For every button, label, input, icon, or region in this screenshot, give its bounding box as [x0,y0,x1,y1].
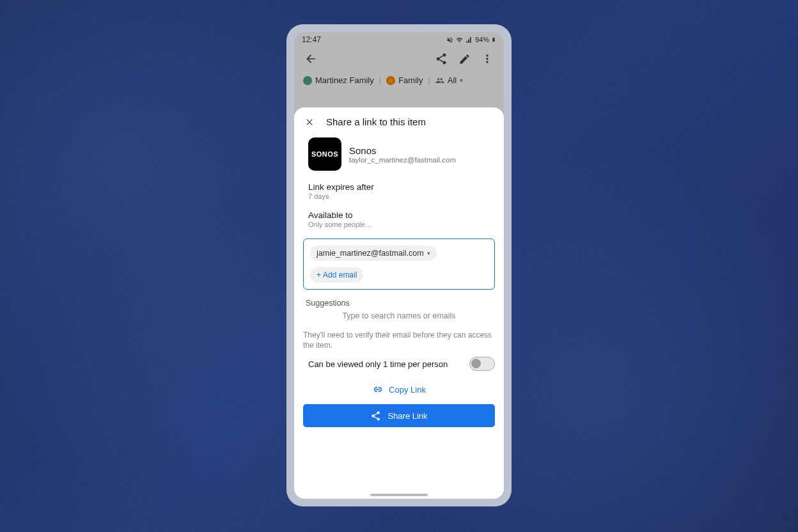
email-input-box[interactable]: jamie_martinez@fastmail.com ▾ + Add emai… [303,239,495,290]
view-once-row: Can be viewed only 1 time per person [294,356,504,372]
item-name: Sonos [349,145,456,156]
sheet-title: Share a link to this item [326,116,426,127]
copy-link-label: Copy Link [389,385,426,395]
link-icon [372,384,384,395]
phone-screen: 12:47 94% [294,32,504,499]
suggestions-label: Suggestions [294,293,504,309]
close-button[interactable] [304,117,315,127]
recipient-email: jamie_martinez@fastmail.com [317,249,424,258]
verify-note: They'll need to verify their email befor… [294,329,504,356]
copy-link-button[interactable]: Copy Link [294,372,504,402]
add-email-button[interactable]: + Add email [310,267,363,283]
phone-frame: 12:47 94% [286,24,512,506]
home-indicator[interactable] [370,494,428,496]
item-email: taylor_c_martinez@fastmail.com [349,156,456,164]
availability-label: Available to [308,210,490,220]
expiry-label: Link expires after [308,182,490,192]
item-row: SONOS Sonos taylor_c_martinez@fastmail.c… [294,134,504,178]
share-link-label: Share Link [387,411,427,421]
availability-setting[interactable]: Available to Only some people… [294,204,504,232]
view-once-label: Can be viewed only 1 time per person [308,359,448,369]
suggestions-hint: Type to search names or emails [294,309,504,329]
share-sheet: Share a link to this item SONOS Sonos ta… [294,107,504,499]
share-link-button[interactable]: Share Link [303,404,495,427]
chevron-down-icon: ▾ [427,250,430,256]
share-icon [370,411,381,421]
availability-value: Only some people… [308,221,490,228]
expiry-value: 7 days [308,192,490,200]
view-once-toggle[interactable] [469,357,495,371]
item-logo: SONOS [308,137,341,171]
expiry-setting[interactable]: Link expires after 7 days [294,178,504,204]
recipient-chip[interactable]: jamie_martinez@fastmail.com ▾ [310,246,437,261]
plus-icon: + [317,270,321,279]
add-email-label: Add email [323,270,357,279]
